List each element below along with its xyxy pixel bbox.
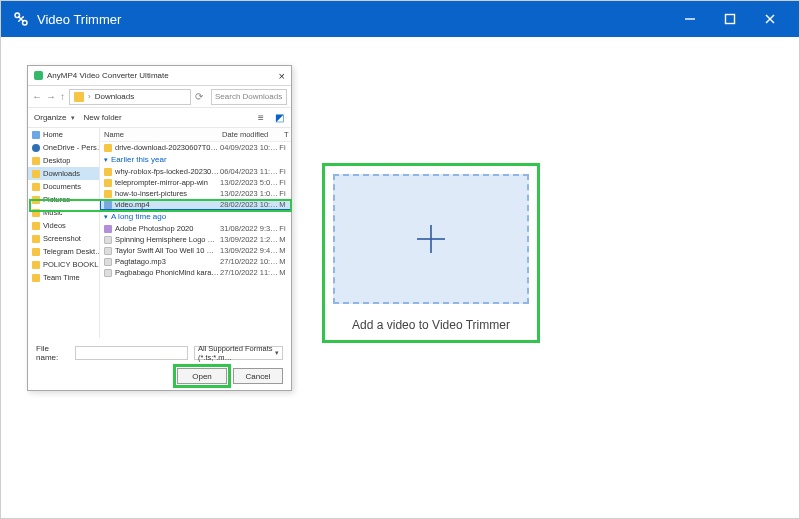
file-type-filter[interactable]: All Supported Formats (*.ts;*.m… [194,346,283,360]
file-type: M [279,235,287,244]
file-open-dialog: AnyMP4 Video Converter Ultimate × ← → ↑ … [27,65,292,391]
file-row[interactable]: why-roblox-fps-locked-20230406T152414-…0… [100,166,291,177]
dialog-close-icon[interactable]: × [279,70,285,82]
maximize-button[interactable] [721,10,739,28]
file-row[interactable]: Spinning Hemisphere Logo Reveal_free…13/… [100,234,291,245]
file-row[interactable]: how-to-insert-pictures13/02/2023 1:02 pm… [100,188,291,199]
file-type: Fi [279,143,287,152]
fold-icon [32,222,40,230]
sidebar-item[interactable]: Telegram Deskt… [28,245,99,258]
file-row[interactable]: teleprompter-mirror-app-win13/02/2023 5:… [100,177,291,188]
app-title: Video Trimmer [37,12,681,27]
sidebar-item[interactable]: Videos [28,219,99,232]
dialog-toolbar: Organize New folder ≡ ◩ [28,108,291,128]
sidebar-item-label: Documents [43,182,81,191]
file-group-header[interactable]: Earlier this year [100,153,291,166]
file-type-icon [104,144,112,152]
file-list-header: Name Date modified T [100,128,291,142]
minimize-button[interactable] [681,10,699,28]
file-date: 27/10/2022 10:11 pm [220,257,279,266]
file-date: 31/08/2022 9:34 pm [220,224,279,233]
refresh-icon[interactable]: ⟳ [195,91,207,103]
back-button[interactable]: ← [32,91,42,102]
fold-icon [32,170,40,178]
sidebar-item-label: OneDrive - Pers… [43,143,100,152]
sidebar-item[interactable]: Documents [28,180,99,193]
forward-button[interactable]: → [46,91,56,102]
file-type-icon [104,258,112,266]
file-row[interactable]: Pagbabago PhonicMind karaoke preview…27/… [100,267,291,278]
sidebar-item[interactable]: Home [28,128,99,141]
view-mode-icon[interactable]: ≡ [255,112,267,124]
sidebar-item-label: Videos [43,221,66,230]
file-name: Taylor Swift All Too Well 10 Minute Vers… [115,246,220,255]
file-type: Fi [279,224,287,233]
dialog-title: AnyMP4 Video Converter Ultimate [47,71,279,80]
details-pane-icon[interactable]: ◩ [273,112,285,124]
sidebar-item[interactable]: Screenshot [28,232,99,245]
sidebar-item-label: Music [43,208,63,217]
file-type-icon [104,179,112,187]
breadcrumb[interactable]: › Downloads [69,89,191,105]
file-date: 13/09/2022 9:42 pm [220,246,279,255]
sidebar-item[interactable]: Music [28,206,99,219]
file-row[interactable]: Adobe Photoshop 202031/08/2022 9:34 pmFi [100,223,291,234]
fold-icon [32,248,40,256]
file-date: 27/10/2022 11:25 pm [220,268,279,277]
window-controls [681,10,779,28]
organize-menu[interactable]: Organize [34,113,75,122]
filename-input[interactable] [75,346,188,360]
sidebar-item[interactable]: Team Time [28,271,99,284]
dialog-sidebar: HomeOneDrive - Pers…DesktopDownloadsDocu… [28,128,100,338]
search-placeholder: Search Downloads [215,92,282,101]
column-name[interactable]: Name [100,128,218,141]
file-row[interactable]: video.mp428/02/2023 10:42 pmM [100,199,291,210]
fold-icon [32,274,40,282]
file-type-icon [104,225,112,233]
column-date[interactable]: Date modified [218,128,280,141]
sidebar-item-label: Desktop [43,156,71,165]
file-type-icon [104,269,112,277]
dropzone-label: Add a video to Video Trimmer [352,318,510,332]
sidebar-item-label: Team Time [43,273,80,282]
file-type-icon [104,190,112,198]
file-date: 13/09/2022 1:21 pm [220,235,279,244]
sidebar-item[interactable]: POLICY BOOKL… [28,258,99,271]
fold-icon [32,183,40,191]
sidebar-item[interactable]: Downloads [28,167,99,180]
column-type[interactable]: T [280,128,288,141]
up-button[interactable]: ↑ [60,91,65,102]
dialog-bottom: File name: All Supported Formats (*.ts;*… [28,338,291,390]
open-button[interactable]: Open [177,368,227,384]
file-type: Fi [279,189,287,198]
new-folder-button[interactable]: New folder [83,113,121,122]
file-date: 13/02/2023 5:04 pm [220,178,279,187]
sidebar-item-label: Pictures [43,195,70,204]
sidebar-item[interactable]: OneDrive - Pers… [28,141,99,154]
search-input[interactable]: Search Downloads [211,89,287,105]
fold-icon [32,209,40,217]
add-video-dropzone[interactable] [333,174,529,304]
file-date: 06/04/2023 11:2… [220,167,279,176]
cancel-button[interactable]: Cancel [233,368,283,384]
cloud-icon [32,144,40,152]
file-group-header[interactable]: A long time ago [100,210,291,223]
file-name: drive-download-20230607T053014Z-001 [115,143,220,152]
file-type-icon [104,201,112,209]
sidebar-item-label: Screenshot [43,234,81,243]
fold-icon [32,196,40,204]
file-row[interactable]: Taylor Swift All Too Well 10 Minute Vers… [100,245,291,256]
file-date: 13/02/2023 1:02 pm [220,189,279,198]
dialog-body: HomeOneDrive - Pers…DesktopDownloadsDocu… [28,128,291,338]
sidebar-item[interactable]: Pictures [28,193,99,206]
file-row[interactable]: drive-download-20230607T053014Z-00104/09… [100,142,291,153]
file-type-icon [104,247,112,255]
file-name: Spinning Hemisphere Logo Reveal_free… [115,235,220,244]
file-row[interactable]: Pagtatago.mp327/10/2022 10:11 pmM [100,256,291,267]
file-type: M [279,257,287,266]
sidebar-item[interactable]: Desktop [28,154,99,167]
file-name: Adobe Photoshop 2020 [115,224,220,233]
titlebar: Video Trimmer [1,1,799,37]
file-name: how-to-insert-pictures [115,189,220,198]
close-button[interactable] [761,10,779,28]
